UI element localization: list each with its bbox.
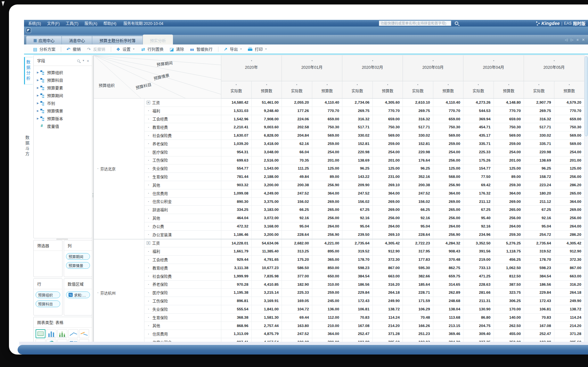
value-cell[interactable]: 371.28 [554,330,584,338]
value-cell[interactable]: 201.00 [312,156,343,165]
row-expand-icon[interactable] [147,133,151,138]
measure-header[interactable]: 预算数 [433,81,464,99]
toolbar-button[interactable]: 反撤销 ▼ [86,46,105,52]
toolbar-button[interactable]: 行列置换 ▼ [140,46,163,52]
value-cell[interactable]: 256.90 [312,181,343,189]
value-cell[interactable]: 750.30 [554,123,584,132]
field-tree-item[interactable]: ▶ 预算情景 [37,107,92,115]
value-cell[interactable]: 10,677.23 [252,264,282,272]
line[interactable] [68,329,78,338]
value-cell[interactable]: 219.00 [463,256,494,264]
field-tree-item[interactable]: ▶ 预算要素 [37,84,92,92]
value-cell[interactable]: 3,200.00 [252,231,282,239]
value-cell[interactable]: 106.81 [524,305,554,314]
account-cell[interactable]: 住房费用 [144,189,221,198]
value-cell[interactable]: 138.04 [433,305,464,314]
value-cell[interactable]: 200.38 [403,181,433,189]
value-cell[interactable]: 247.52 [403,189,433,198]
value-cell[interactable]: 456.25 [494,256,524,264]
value-cell[interactable]: 750.30 [494,123,524,132]
value-cell[interactable]: 750.30 [312,123,343,132]
row-expand-icon[interactable] [147,241,150,245]
value-cell[interactable]: 269.75 [524,107,554,115]
value-cell[interactable]: 890.30 [221,198,252,206]
value-cell[interactable]: 1,661.79 [221,247,252,256]
workspace-tab[interactable]: ▦ 应用中心 [26,36,62,44]
spline[interactable] [79,329,89,338]
value-cell[interactable]: 251.23 [403,330,433,338]
value-cell[interactable]: 112.00 [312,314,343,322]
value-cell[interactable]: 912.90 [373,247,403,256]
account-cell[interactable]: 教育经费 [144,123,221,132]
value-cell[interactable]: 285.60 [554,338,584,342]
quick-launch-icon[interactable] [26,28,31,33]
value-cell[interactable]: 2,210.41 [221,123,252,132]
value-cell[interactable]: 259.00 [373,140,403,148]
function-search-input[interactable] [379,20,451,26]
field-tree-item[interactable]: ▶ 预算期间 [37,92,92,99]
value-cell[interactable]: 185.64 [403,281,433,289]
value-cell[interactable]: 1,999.99 [221,272,252,281]
value-cell[interactable]: 175.20 [282,256,312,264]
value-cell[interactable]: 211.12 [463,198,494,206]
measure-header[interactable]: 实际数 [342,81,373,99]
value-cell[interactable]: 316.32 [403,115,433,124]
row-expand-icon[interactable] [147,150,151,154]
close-tab[interactable]: ✕ [582,37,585,42]
value-cell[interactable]: 1,099.08 [221,189,252,198]
value-cell[interactable]: 770.70 [554,107,584,115]
measure-header[interactable]: 预算数 [312,81,343,99]
value-cell[interactable]: 67.25 [463,206,494,214]
value-cell[interactable]: 3,352.50 [463,239,494,248]
value-cell[interactable]: 259.00 [312,289,343,297]
value-cell[interactable]: 1,039.20 [221,140,252,148]
measure-header[interactable]: 实际数 [463,81,494,99]
account-cell[interactable]: 住房费用 [144,330,221,338]
value-cell[interactable]: 265.00 [494,206,524,214]
value-cell[interactable]: 92.16 [403,214,433,222]
value-cell[interactable]: 2,610.10 [403,99,433,107]
value-cell[interactable]: 259.30 [494,181,524,189]
row-expand-icon[interactable] [147,191,151,195]
treemap[interactable] [68,339,78,342]
account-cell[interactable]: 工伤保险 [144,156,221,165]
value-cell[interactable]: 2,757.44 [252,322,282,330]
value-cell[interactable]: 11,385.40 [252,247,282,256]
measure-header[interactable]: 预算数 [373,81,403,99]
value-cell[interactable]: 2,682.00 [282,239,312,248]
value-cell[interactable]: 862.75 [433,264,464,272]
value-cell[interactable]: 2,188.00 [252,173,282,181]
tree-expand-icon[interactable]: ▶ [37,102,40,105]
value-cell[interactable]: 2,055.20 [282,99,312,107]
search-icon[interactable] [455,21,458,25]
value-cell[interactable]: 259.00 [433,140,464,148]
value-cell[interactable]: 125.00 [312,164,343,173]
value-cell[interactable]: 544.53 [463,107,494,115]
value-cell[interactable]: 384.54 [524,272,554,281]
value-cell[interactable]: 95.04 [282,222,312,231]
value-cell[interactable]: 158.72 [524,173,554,181]
value-cell[interactable]: 323.75 [494,289,524,297]
tree-expand-icon[interactable]: ▶ [37,109,40,112]
value-cell[interactable]: 659.00 [312,115,343,124]
value-cell[interactable]: 4,875.79 [252,330,282,338]
account-cell[interactable]: 失业保险 [144,164,221,173]
value-cell[interactable]: 908.43 [433,247,464,256]
value-cell[interactable]: 234.96 [463,231,494,239]
value-cell[interactable]: 262.50 [494,322,524,330]
row-expand-icon[interactable] [147,323,151,328]
value-cell[interactable]: 182.90 [282,281,312,289]
vtab-data-analysis[interactable]: 数据分析 [24,57,33,84]
value-cell[interactable]: 264.00 [373,222,403,231]
value-cell[interactable]: 193.88 [524,338,554,342]
value-cell[interactable]: 387.50 [494,281,524,289]
table[interactable] [36,329,45,338]
account-cell[interactable]: 办公室装潢 [144,231,221,239]
value-cell[interactable]: 269.75 [342,107,373,115]
value-cell[interactable]: 70.35 [282,156,312,165]
value-cell[interactable]: 2,907.79 [524,99,554,107]
account-cell[interactable]: 生育保险 [144,314,221,322]
value-cell[interactable]: 330.02 [524,132,554,140]
field-tree-item[interactable]: ▶ 预算版本 [37,115,92,122]
value-cell[interactable]: 369.94 [463,115,494,124]
